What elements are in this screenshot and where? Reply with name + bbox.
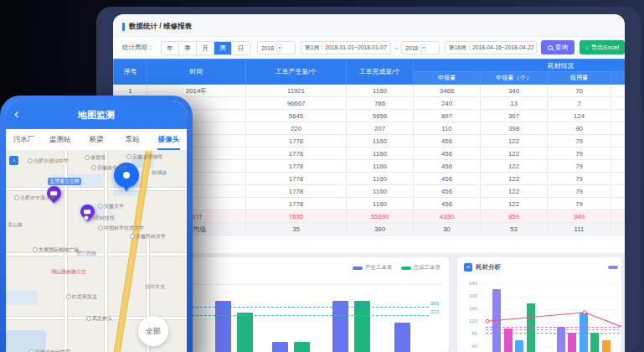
map-view[interactable]: › 全部 合肥市琥珀中学体育馆安徽省博物馆安徽农业大学桐城路五里墩立交桥合肥市宁… [6,151,187,352]
phone-title: 地图监测 [78,109,115,122]
value-cell: 240 [414,97,481,110]
breadcrumb-accent-bar [122,23,125,31]
download-icon: ↓ [585,44,589,51]
query-button[interactable]: 查询 [541,40,574,54]
value-cell: 67 [611,198,626,210]
filter-bar: 统计周期： 年季月周日 2018▾ 第1周：2018-01-01~2018-01… [113,37,625,59]
period-option[interactable]: 月 [197,42,214,54]
value-cell: 1160 [347,173,414,185]
value-cell: 79 [548,173,611,185]
calendar-icon: ▾ [420,44,426,52]
tab-污水厂[interactable]: 污水厂 [6,129,42,150]
value-cell: 67 [611,148,626,160]
phone-mockup: ‹ 地图监测 污水厂监测站桥梁泵站摄像头 › [0,96,193,352]
value-cell: 1778 [246,173,347,185]
period-option[interactable]: 年 [162,42,179,54]
legend-item: 完成工单量 [401,264,441,272]
tab-桥梁[interactable]: 桥梁 [78,129,114,150]
value-cell: 456 [414,185,481,198]
value-cell: 79 [548,148,611,160]
sub-column-header: 申领量 [414,72,481,85]
value-cell: 67 [611,173,626,185]
value-cell: 122 [481,135,548,148]
value-cell: 110 [414,122,481,135]
breadcrumb: 数据统计 / 维修报表 [122,21,192,33]
value-cell: 53 [481,223,548,236]
value-cell: 129 [611,110,626,122]
value-cell: 19 [611,122,626,135]
calendar-icon: ▾ [276,44,282,52]
map-label: 黄山路 [8,221,23,229]
value-cell: 122 [481,185,548,198]
tab-摄像头[interactable]: 摄像头 [151,129,187,150]
year-start-select[interactable]: 2018▾ [257,41,296,54]
value-cell: 456 [414,160,481,173]
tab-泵站[interactable]: 泵站 [115,129,151,150]
value-cell: 67 [611,160,626,173]
week-range-start-input[interactable]: 第1周：2018-01-01~2018-01-07 [301,41,391,54]
legend-label: 完成工单量 [414,264,441,272]
period-option[interactable]: 周 [214,42,232,54]
map-label: 合肥市琥珀中学 [28,158,69,165]
value-cell: 79 [548,185,611,198]
value-cell: 1778 [246,135,347,148]
value-cell: 122 [481,173,548,185]
value-cell: 122 [481,148,548,160]
value-cell: 349 [548,210,611,223]
legend-label: 产生工单量 [365,264,393,272]
value-cell: 390 [347,223,414,236]
tab-监测站[interactable]: 监测站 [42,129,78,150]
export-excel-button[interactable]: ↓ 导出Excel [580,40,625,54]
value-cell: 55390 [347,210,414,223]
table-row: 12014年119211160346834070250 [114,85,626,97]
value-cell: 398 [481,122,548,135]
legend-swatch [353,267,363,270]
period-label: 统计周期： [122,44,154,52]
value-cell: 1778 [246,148,347,160]
period-option[interactable]: 季 [179,42,197,54]
map-label: 中国科学技术大学 [98,225,144,232]
value-cell: 1778 [246,160,347,173]
period-segment: 年季月周日 [161,41,250,55]
value-cell: 1160 [347,135,414,148]
value-cell: 859 [481,210,548,223]
range-tilde: ~ [394,44,399,52]
map-label: 安徽省博物馆 [126,153,162,161]
value-cell: 1160 [347,85,414,97]
value-cell: 1160 [347,198,414,210]
column-header: 工单产生量/个 [246,60,347,85]
value-cell: 30 [414,223,481,236]
map-label: 合肥市宁溪小学 [14,194,55,202]
map-label: 桐城路 [152,169,167,177]
column-header: 时间 [147,60,246,85]
value-cell: 456 [414,198,481,210]
value-cell: 122 [481,160,548,173]
back-icon[interactable]: ‹ [14,106,18,122]
value-cell: 14 [611,223,626,236]
map-label: 望江西路 [76,250,96,257]
sub-column-header: 金额 [611,72,626,85]
value-cell: 456 [414,148,481,160]
bar-产生工单量 [272,342,288,352]
value-cell: 7635 [246,210,347,223]
value-cell: 5645 [246,110,347,122]
value-cell: 124 [548,110,611,122]
map-label: 安徽大学 [98,203,124,210]
map-label: 五里墩立交桥 [48,178,81,185]
map-label: 安徽农业大学 [91,164,127,172]
value-cell: 79 [548,160,611,173]
period-option[interactable]: 日 [232,42,250,54]
expand-panel-icon[interactable]: › [9,156,18,165]
value-cell: 70 [548,85,611,97]
value-cell: 96667 [246,97,347,110]
year-end-select[interactable]: 2018▾ [401,41,440,54]
show-all-button[interactable]: 全部 [138,316,168,346]
sub-column-header: 领用量 [548,72,611,85]
value-cell: 4330 [414,210,481,223]
value-cell: 1778 [246,185,347,198]
search-icon [548,45,553,50]
column-header: 工单完成量/个 [347,60,414,85]
map-label: 湖山路南路立交 [51,268,86,276]
value-cell: 367 [481,110,548,122]
week-range-end-input[interactable]: 第16周：2018-04-16~2018-04-22 [445,41,537,54]
